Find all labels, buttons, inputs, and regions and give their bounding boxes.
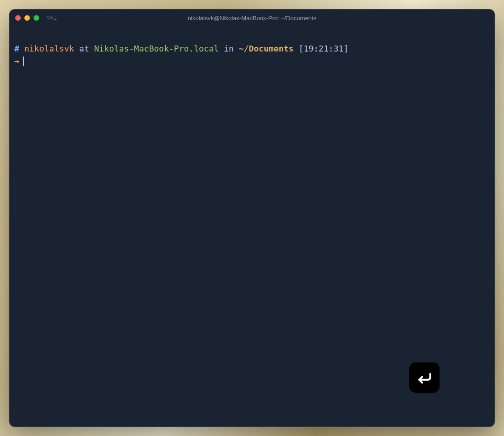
prompt-at: at (74, 44, 94, 53)
prompt-line-1: # nikolalsvk at Nikolas-MacBook-Pro.loca… (14, 43, 490, 54)
return-key-overlay[interactable] (409, 362, 440, 393)
prompt-arrow-icon: → (14, 55, 19, 67)
prompt-hash: # (14, 44, 19, 53)
prompt-host: Nikolas-MacBook-Pro.local (94, 44, 219, 53)
return-icon (416, 369, 433, 386)
minimize-button[interactable] (24, 15, 30, 21)
prompt-time: [19:21:31] (294, 44, 348, 53)
prompt-path: ~/Documents (239, 44, 294, 53)
prompt-user: nikolalsvk (24, 44, 74, 53)
cursor (23, 57, 24, 66)
close-button[interactable] (15, 15, 21, 21)
title-bar[interactable]: ⌥⌘1 nikolalsvk@Nikolas-MacBook-Pro: ~/Do… (10, 10, 494, 26)
tab-indicator: ⌥⌘1 (46, 15, 57, 21)
maximize-button[interactable] (34, 15, 39, 21)
prompt-in: in (219, 44, 238, 53)
traffic-lights (15, 15, 39, 21)
window-title: nikolalsvk@Nikolas-MacBook-Pro: ~/Docume… (188, 15, 316, 22)
prompt-line-2: → (14, 55, 490, 67)
